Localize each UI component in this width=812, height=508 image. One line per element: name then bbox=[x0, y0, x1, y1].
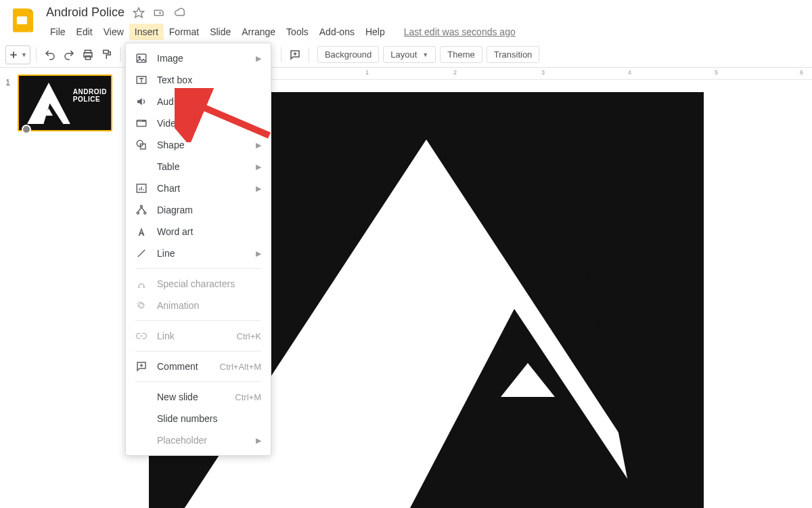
menu-item-special-characters: Special characters bbox=[126, 273, 271, 295]
audio-icon bbox=[135, 96, 148, 108]
thumb-title-1: ANDROID bbox=[73, 88, 107, 96]
menu-slide[interactable]: Slide bbox=[204, 24, 236, 40]
redo-button[interactable] bbox=[60, 45, 78, 64]
svg-point-37 bbox=[144, 212, 146, 214]
comment-icon-button[interactable] bbox=[286, 45, 304, 64]
titlebar: Android Police File Edit View Insert For… bbox=[0, 0, 812, 42]
diagram-icon bbox=[135, 204, 148, 216]
svg-marker-2 bbox=[134, 7, 144, 17]
star-icon[interactable] bbox=[133, 7, 145, 19]
menu-item-audio[interactable]: Audio bbox=[126, 91, 271, 112]
document-title[interactable]: Android Police bbox=[46, 5, 125, 20]
textbox-icon bbox=[135, 74, 148, 86]
menu-item-placeholder: Placeholder ▶ bbox=[126, 429, 271, 451]
menu-view[interactable]: View bbox=[98, 24, 129, 40]
link-icon bbox=[135, 330, 148, 342]
menu-edit[interactable]: Edit bbox=[71, 24, 98, 40]
layout-button[interactable]: Layout▼ bbox=[383, 46, 436, 63]
svg-line-40 bbox=[138, 250, 145, 257]
shape-icon bbox=[135, 139, 148, 151]
menu-item-new-slide[interactable]: New slide Ctrl+M bbox=[126, 386, 271, 408]
menu-item-animation: Animation bbox=[126, 295, 271, 316]
menu-arrange[interactable]: Arrange bbox=[236, 24, 281, 40]
menu-addons[interactable]: Add-ons bbox=[314, 24, 360, 40]
submenu-arrow-icon: ▶ bbox=[256, 141, 261, 150]
submenu-arrow-icon: ▶ bbox=[256, 436, 261, 445]
menu-help[interactable]: Help bbox=[360, 24, 390, 40]
submenu-arrow-icon: ▶ bbox=[256, 54, 261, 63]
table-icon bbox=[135, 161, 148, 173]
slide-thumbnail[interactable]: ANDROID POLICE bbox=[18, 75, 112, 131]
svg-point-26 bbox=[138, 121, 139, 121]
cloud-saved-icon[interactable] bbox=[173, 7, 187, 19]
svg-point-28 bbox=[141, 121, 141, 121]
menu-item-shape[interactable]: Shape ▶ bbox=[126, 134, 271, 156]
svg-point-36 bbox=[137, 212, 139, 214]
menu-item-link: Link Ctrl+K bbox=[126, 325, 271, 347]
menu-item-comment[interactable]: Comment Ctrl+Alt+M bbox=[126, 356, 271, 377]
menu-item-slide-numbers[interactable]: Slide numbers bbox=[126, 408, 271, 429]
transition-button[interactable]: Transition bbox=[487, 46, 540, 63]
menu-item-text-box[interactable]: Text box bbox=[126, 69, 271, 91]
svg-point-35 bbox=[141, 205, 143, 207]
wordart-icon bbox=[135, 226, 148, 238]
menu-bar: File Edit View Insert Format Slide Arran… bbox=[43, 24, 807, 40]
svg-line-38 bbox=[138, 207, 141, 212]
submenu-arrow-icon: ▶ bbox=[256, 163, 261, 171]
special-char-icon bbox=[135, 278, 148, 290]
undo-button[interactable] bbox=[41, 45, 60, 64]
menu-item-chart[interactable]: Chart ▶ bbox=[126, 177, 271, 199]
svg-rect-1 bbox=[17, 16, 27, 24]
insert-menu-dropdown: Image ▶ Text box Audio Video Shape ▶ Tab… bbox=[125, 43, 271, 456]
toolbar: ▼ Background Layout▼ Theme Transition bbox=[0, 42, 812, 68]
submenu-arrow-icon: ▶ bbox=[256, 249, 261, 258]
menu-tools[interactable]: Tools bbox=[281, 24, 314, 40]
menu-format[interactable]: Format bbox=[164, 24, 204, 40]
menu-insert[interactable]: Insert bbox=[129, 24, 164, 40]
menu-item-video[interactable]: Video bbox=[126, 112, 271, 134]
svg-point-20 bbox=[139, 56, 140, 58]
svg-point-27 bbox=[139, 121, 140, 121]
move-icon[interactable] bbox=[153, 7, 165, 19]
paint-format-button[interactable] bbox=[97, 45, 116, 64]
menu-item-image[interactable]: Image ▶ bbox=[126, 47, 271, 69]
collaborator-avatar bbox=[22, 125, 31, 134]
slide-number: 1 bbox=[5, 77, 10, 87]
menu-file[interactable]: File bbox=[45, 24, 71, 40]
line-icon bbox=[135, 247, 148, 259]
workspace: 1 ANDROID POLICE 1 1 2 3 4 5 6 bbox=[0, 68, 812, 508]
image-icon bbox=[135, 52, 148, 64]
slides-app-icon bbox=[9, 7, 37, 34]
submenu-arrow-icon: ▶ bbox=[256, 184, 261, 193]
menu-item-table[interactable]: Table ▶ bbox=[126, 156, 271, 177]
comment-icon bbox=[135, 360, 148, 373]
print-button[interactable] bbox=[78, 45, 97, 64]
new-slide-button[interactable]: ▼ bbox=[5, 45, 30, 64]
menu-item-line[interactable]: Line ▶ bbox=[126, 242, 271, 264]
theme-button[interactable]: Theme bbox=[440, 46, 482, 63]
svg-rect-8 bbox=[104, 50, 109, 54]
chart-icon bbox=[135, 182, 148, 194]
background-button[interactable]: Background bbox=[317, 46, 379, 63]
thumb-title-2: POLICE bbox=[73, 96, 107, 103]
svg-line-39 bbox=[141, 207, 145, 212]
menu-item-diagram[interactable]: Diagram bbox=[126, 199, 271, 221]
menu-item-word-art[interactable]: Word art bbox=[126, 221, 271, 242]
animation-icon bbox=[135, 299, 148, 312]
video-icon bbox=[135, 117, 148, 129]
last-edit-link[interactable]: Last edit was seconds ago bbox=[404, 26, 516, 37]
